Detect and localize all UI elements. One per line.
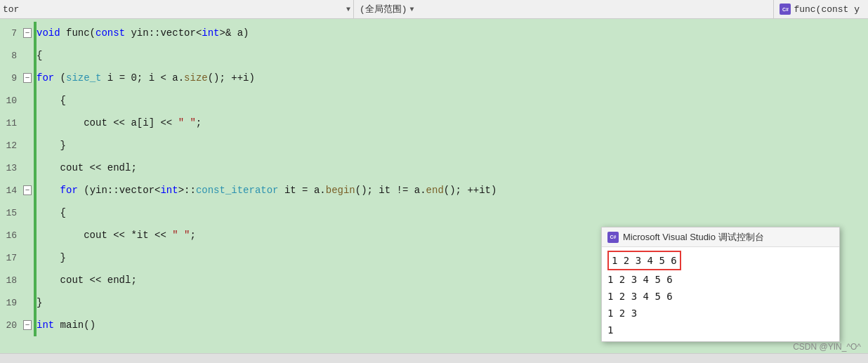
line-number: 14 <box>0 185 21 196</box>
toolbar-func-label: func(const y <box>794 4 860 15</box>
line-number: 9 <box>0 73 21 84</box>
green-indicator-bar <box>34 314 37 336</box>
toolbar-scope-dropdown[interactable]: ▼ <box>410 6 414 13</box>
debug-console: Microsoft Visual Studio 调试控制台 1 2 3 4 5 … <box>601 227 840 342</box>
table-row: 15 { <box>0 202 868 224</box>
line-number: 10 <box>0 95 21 106</box>
list-item: 1 <box>607 322 834 338</box>
code-text: for (yin::vector<int>::const_iterator it… <box>34 179 497 202</box>
debug-console-header: Microsoft Visual Studio 调试控制台 <box>602 227 839 247</box>
line-number: 18 <box>0 275 21 286</box>
code-text: void func(const yin::vector<int>& a) <box>34 22 249 44</box>
table-row: 7−void func(const yin::vector<int>& a) <box>0 22 868 44</box>
table-row: 12 } <box>0 134 868 157</box>
collapse-button[interactable]: − <box>21 185 34 195</box>
line-number: 17 <box>0 253 21 263</box>
line-number: 16 <box>0 230 21 241</box>
watermark: CSDN @YIN_^O^ <box>793 342 861 352</box>
green-indicator-bar <box>34 134 37 157</box>
green-indicator-bar <box>34 67 37 89</box>
code-text: { <box>34 202 66 224</box>
line-number: 19 <box>0 298 21 308</box>
green-indicator-bar <box>34 112 37 134</box>
green-indicator-bar <box>34 89 37 112</box>
code-text: int main() <box>34 314 96 336</box>
collapse-button[interactable]: − <box>21 73 34 83</box>
list-item: 1 2 3 4 5 6 <box>607 271 834 288</box>
debug-console-title: Microsoft Visual Studio 调试控制台 <box>623 231 764 244</box>
line-number: 12 <box>0 140 21 151</box>
table-row: 13 cout << endl; <box>0 157 868 179</box>
list-item: 1 2 3 <box>607 305 834 322</box>
line-number: 7 <box>0 28 21 39</box>
green-indicator-bar <box>34 179 37 202</box>
table-row: 8{ <box>0 44 868 67</box>
code-text: } <box>34 134 66 157</box>
green-indicator-bar <box>34 224 37 246</box>
table-row: 14− for (yin::vector<int>::const_iterato… <box>0 179 868 202</box>
green-indicator-bar <box>34 291 37 314</box>
debug-console-body: 1 2 3 4 5 61 2 3 4 5 61 2 3 4 5 61 2 31 <box>602 247 839 341</box>
line-number: 8 <box>0 51 21 61</box>
code-text: cout << endl; <box>34 157 137 179</box>
green-indicator-bar <box>34 269 37 291</box>
line-number: 15 <box>0 208 21 218</box>
toolbar-middle: (全局范围) ▼ <box>354 0 773 18</box>
table-row: 10 { <box>0 89 868 112</box>
func-cs-icon <box>780 4 791 15</box>
code-text: for (size_t i = 0; i < a.size(); ++i) <box>34 67 255 89</box>
toolbar: tor ▼ (全局范围) ▼ func(const y <box>0 0 868 19</box>
green-indicator-bar <box>34 157 37 179</box>
list-item: 1 2 3 4 5 6 <box>607 250 834 271</box>
code-text: cout << *it << " "; <box>34 224 196 246</box>
code-text: } <box>34 246 66 269</box>
toolbar-left: tor ▼ <box>3 0 354 18</box>
green-indicator-bar <box>34 44 37 67</box>
toolbar-scope-label: (全局范围) <box>360 3 407 15</box>
collapse-button[interactable]: − <box>21 28 34 38</box>
toolbar-left-dropdown[interactable]: ▼ <box>346 6 350 13</box>
toolbar-left-text: tor <box>3 4 343 15</box>
debug-cs-icon <box>607 232 619 243</box>
collapse-button[interactable]: − <box>21 320 34 330</box>
line-number: 11 <box>0 118 21 128</box>
list-item: 1 2 3 4 5 6 <box>607 288 834 305</box>
code-text: cout << a[i] << " "; <box>34 112 202 134</box>
line-number: 13 <box>0 163 21 173</box>
code-text: { <box>34 89 66 112</box>
highlighted-output: 1 2 3 4 5 6 <box>607 251 681 270</box>
code-text: cout << endl; <box>34 269 137 291</box>
green-indicator-bar <box>34 246 37 269</box>
green-indicator-bar <box>34 202 37 224</box>
green-indicator-bar <box>34 22 37 44</box>
toolbar-right: func(const y <box>773 0 865 18</box>
horizontal-scrollbar[interactable] <box>0 353 868 363</box>
line-number: 20 <box>0 320 21 331</box>
table-row: 11 cout << a[i] << " "; <box>0 112 868 134</box>
table-row: 9−for (size_t i = 0; i < a.size(); ++i) <box>0 67 868 89</box>
